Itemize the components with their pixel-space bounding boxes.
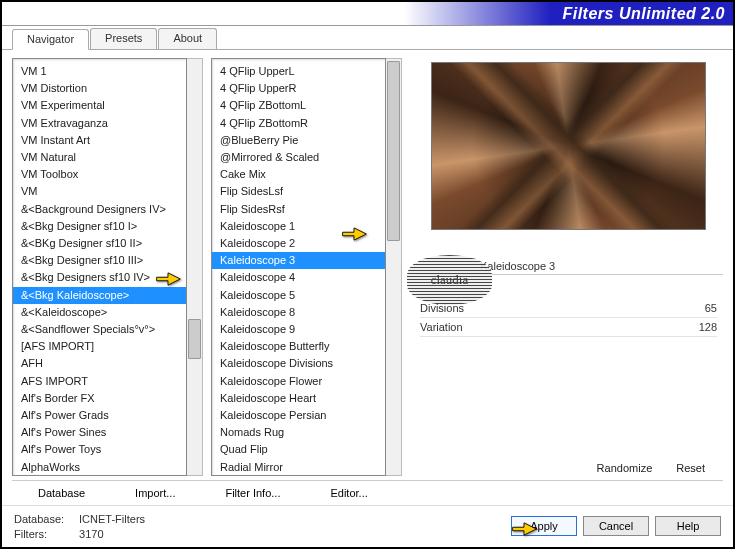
toolbar: Database Import... Filter Info... Editor… bbox=[12, 480, 723, 505]
list-item[interactable]: &<Bkg Kaleidoscope> bbox=[13, 287, 186, 304]
list-item[interactable]: @Mirrored & Scaled bbox=[212, 149, 385, 166]
cancel-button[interactable]: Cancel bbox=[583, 516, 649, 536]
reset-button[interactable]: Reset bbox=[676, 462, 705, 474]
list-item[interactable]: AlphaWorks bbox=[13, 459, 186, 476]
import-button[interactable]: Import... bbox=[135, 487, 175, 499]
list-item[interactable]: &<Bkg Designer sf10 III> bbox=[13, 252, 186, 269]
randomize-button[interactable]: Randomize bbox=[597, 462, 653, 474]
list-item[interactable]: [AFS IMPORT] bbox=[13, 338, 186, 355]
param-row-variation[interactable]: Variation 128 bbox=[420, 318, 717, 337]
list-item[interactable]: 4 QFlip ZBottomL bbox=[212, 97, 385, 114]
parameter-list: Divisions 65 Variation 128 bbox=[414, 299, 723, 337]
list-item[interactable]: Alf's Power Toys bbox=[13, 441, 186, 458]
list-item[interactable]: Kaleidoscope 8 bbox=[212, 304, 385, 321]
apply-button[interactable]: Apply bbox=[511, 516, 577, 536]
list-item[interactable]: &<Bkg Designers sf10 IV> bbox=[13, 269, 186, 286]
filter-scroll-thumb[interactable] bbox=[387, 61, 400, 241]
help-button[interactable]: Help bbox=[655, 516, 721, 536]
list-item[interactable]: Kaleidoscope 2 bbox=[212, 235, 385, 252]
dialog-buttons: Apply Cancel Help bbox=[511, 512, 721, 536]
status-db-label: Database: bbox=[14, 512, 76, 527]
list-item[interactable]: Kaleidoscope 1 bbox=[212, 218, 385, 235]
filter-preview bbox=[431, 62, 706, 230]
editor-button[interactable]: Editor... bbox=[330, 487, 367, 499]
list-item[interactable]: Kaleidoscope Flower bbox=[212, 373, 385, 390]
list-item[interactable]: @BlueBerry Pie bbox=[212, 132, 385, 149]
list-item[interactable]: VM Experimental bbox=[13, 97, 186, 114]
status-db-value: ICNET-Filters bbox=[79, 513, 145, 525]
category-scroll-thumb[interactable] bbox=[188, 319, 201, 359]
preview-actions: Randomize Reset bbox=[414, 456, 723, 476]
list-item[interactable]: Kaleidoscope Persian bbox=[212, 407, 385, 424]
list-item[interactable]: Flip SidesLsf bbox=[212, 183, 385, 200]
list-item[interactable]: VM bbox=[13, 183, 186, 200]
list-item[interactable]: Kaleidoscope 9 bbox=[212, 321, 385, 338]
list-item[interactable]: AFS IMPORT bbox=[13, 373, 186, 390]
filter-list-column: 4 QFlip UpperL4 QFlip UpperR4 QFlip ZBot… bbox=[211, 58, 402, 476]
list-item[interactable]: AFH bbox=[13, 355, 186, 372]
list-item[interactable]: Radial Mirror bbox=[212, 459, 385, 476]
list-item[interactable]: Kaleidoscope Butterfly bbox=[212, 338, 385, 355]
list-item[interactable]: Kaleidoscope Heart bbox=[212, 390, 385, 407]
tab-strip: Navigator Presets About bbox=[2, 26, 733, 50]
param-label: Variation bbox=[420, 321, 463, 333]
list-item[interactable]: Alf's Power Grads bbox=[13, 407, 186, 424]
list-item[interactable]: VM Extravaganza bbox=[13, 115, 186, 132]
list-item[interactable]: &<BKg Designer sf10 II> bbox=[13, 235, 186, 252]
list-item[interactable]: Cake Mix bbox=[212, 166, 385, 183]
list-item[interactable]: Flip SidesRsf bbox=[212, 201, 385, 218]
list-item[interactable]: 4 QFlip ZBottomR bbox=[212, 115, 385, 132]
list-item[interactable]: VM Natural bbox=[13, 149, 186, 166]
list-item[interactable]: Kaleidoscope Divisions bbox=[212, 355, 385, 372]
list-item[interactable]: Alf's Border FX bbox=[13, 390, 186, 407]
list-item[interactable]: 4 QFlip UpperL bbox=[212, 63, 385, 80]
list-item[interactable]: &<Kaleidoscope> bbox=[13, 304, 186, 321]
list-item[interactable]: VM 1 bbox=[13, 63, 186, 80]
tab-navigator[interactable]: Navigator bbox=[12, 29, 89, 50]
category-list[interactable]: VM 1VM DistortionVM ExperimentalVM Extra… bbox=[12, 58, 187, 476]
filter-list[interactable]: 4 QFlip UpperL4 QFlip UpperR4 QFlip ZBot… bbox=[211, 58, 386, 476]
footer: Database: ICNET-Filters Filters: 3170 Ap… bbox=[2, 505, 733, 549]
status-area: Database: ICNET-Filters Filters: 3170 bbox=[14, 512, 145, 542]
list-item[interactable]: VM Distortion bbox=[13, 80, 186, 97]
tab-presets[interactable]: Presets bbox=[90, 28, 157, 49]
list-item[interactable]: Alf's Power Sines bbox=[13, 424, 186, 441]
list-item[interactable]: &<Bkg Designer sf10 I> bbox=[13, 218, 186, 235]
list-item[interactable]: 4 QFlip UpperR bbox=[212, 80, 385, 97]
status-filters-value: 3170 bbox=[79, 528, 103, 540]
param-value: 65 bbox=[705, 302, 717, 314]
tab-about[interactable]: About bbox=[158, 28, 217, 49]
list-item[interactable]: Kaleidoscope 3 bbox=[212, 252, 385, 269]
filter-scrollbar[interactable] bbox=[386, 58, 402, 476]
filter-info-button[interactable]: Filter Info... bbox=[225, 487, 280, 499]
database-button[interactable]: Database bbox=[38, 487, 85, 499]
list-item[interactable]: &<Sandflower Specials°v°> bbox=[13, 321, 186, 338]
app-title: Filters Unlimited 2.0 bbox=[562, 5, 725, 23]
category-list-column: VM 1VM DistortionVM ExperimentalVM Extra… bbox=[12, 58, 203, 476]
list-item[interactable]: Quad Flip bbox=[212, 441, 385, 458]
list-item[interactable]: VM Toolbox bbox=[13, 166, 186, 183]
list-item[interactable]: VM Instant Art bbox=[13, 132, 186, 149]
main-area: VM 1VM DistortionVM ExperimentalVM Extra… bbox=[2, 50, 733, 480]
list-item[interactable]: Kaleidoscope 4 bbox=[212, 269, 385, 286]
list-item[interactable]: &<Background Designers IV> bbox=[13, 201, 186, 218]
param-value: 128 bbox=[699, 321, 717, 333]
status-filters-label: Filters: bbox=[14, 527, 76, 542]
watermark-badge: claudia bbox=[407, 255, 492, 305]
title-bar: Filters Unlimited 2.0 bbox=[2, 2, 733, 26]
list-item[interactable]: Nomads Rug bbox=[212, 424, 385, 441]
list-item[interactable]: Kaleidoscope 5 bbox=[212, 287, 385, 304]
category-scrollbar[interactable] bbox=[187, 58, 203, 476]
